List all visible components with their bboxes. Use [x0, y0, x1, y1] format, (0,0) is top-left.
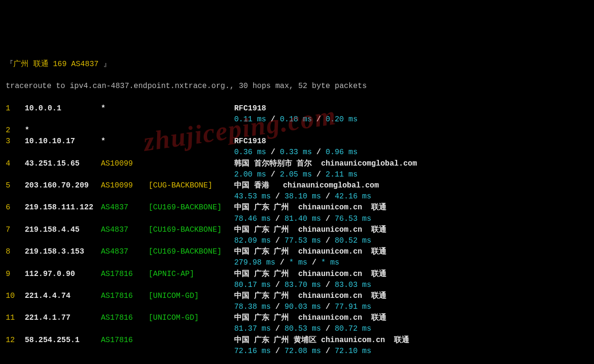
hop-number: 6 [6, 202, 25, 213]
hop-time-2: 80.53 ms [285, 325, 321, 333]
hop-times-row: 78.46 ms / 81.40 ms / 76.53 ms [6, 214, 588, 225]
hop-time-2: 81.40 ms [285, 215, 321, 223]
hop-asn: AS4837 [101, 202, 148, 213]
hop-backbone-tag: [CUG-BACKBONE] [148, 180, 234, 191]
hop-time-1: 43.53 ms [234, 192, 271, 201]
hop-times: 43.53 ms / 38.10 ms / 42.16 ms [234, 191, 588, 202]
hop-ip: 43.251.15.65 [25, 158, 101, 169]
hop-number: 10 [6, 291, 25, 302]
hop-time-1: 279.98 ms [234, 258, 275, 267]
hop-time-3: 76.53 ms [335, 215, 371, 223]
hop-number: 3 [6, 136, 25, 147]
hop-time-2: 77.53 ms [285, 236, 321, 245]
hop-backbone-tag: [UNICOM-GD] [148, 291, 234, 302]
hop-times: 80.17 ms / 83.70 ms / 83.03 ms [234, 280, 588, 291]
hop-row: 7219.158.4.45AS4837[CU169-BACKBONE]中国 广东… [6, 225, 588, 236]
hop-time-2: 0.33 ms [280, 148, 312, 157]
hop-times: 279.98 ms / * ms / * ms [234, 257, 588, 268]
hop-asn: AS4837 [101, 246, 148, 257]
hop-time-2: 2.05 ms [280, 170, 312, 179]
hop-times: 2.00 ms / 2.05 ms / 2.11 ms [234, 169, 588, 180]
hop-location: 中国 广东 广州 chinaunicom.cn 联通 [234, 246, 588, 257]
hop-time-2: 38.10 ms [285, 192, 321, 201]
hop-times-row: 81.37 ms / 80.53 ms / 80.72 ms [6, 324, 588, 334]
hop-location: RFC1918 [234, 103, 588, 114]
hop-backbone-tag: [CU169-BACKBONE] [148, 202, 234, 213]
hop-times: 82.09 ms / 77.53 ms / 80.52 ms [234, 236, 588, 246]
hop-times-row: 78.38 ms / 90.03 ms / 77.91 ms [6, 302, 588, 313]
hop-number: 5 [6, 180, 25, 191]
hop-times: 72.16 ms / 72.08 ms / 72.10 ms [234, 346, 588, 357]
hop-time-3: 77.91 ms [335, 303, 371, 311]
hop-time-2: * ms [289, 258, 307, 267]
hop-asn: AS17816 [101, 269, 148, 280]
hop-backbone-tag: [CU169-BACKBONE] [148, 225, 234, 236]
hop-asn: AS10099 [101, 158, 148, 169]
hop-number: 12 [6, 335, 25, 346]
hop-number: 4 [6, 158, 25, 169]
hop-row: 310.10.10.17*RFC1918 [6, 136, 588, 147]
hop-ip: 221.4.1.77 [25, 313, 101, 324]
hop-asn: AS17816 [101, 335, 148, 346]
hop-row: 110.0.0.1*RFC1918 [6, 103, 588, 114]
hop-asn: AS4837 [101, 225, 148, 236]
hop-asn: AS17816 [101, 291, 148, 302]
hop-ip: 112.97.0.90 [25, 269, 101, 280]
hop-time-1: 0.36 ms [234, 148, 266, 157]
hop-number: 7 [6, 225, 25, 236]
hop-time-2: 0.18 ms [280, 115, 312, 124]
hop-time-2: 83.70 ms [285, 281, 321, 289]
hop-location: 中国 香港 chinaunicomglobal.com [234, 180, 588, 191]
hop-location: 中国 广东 广州 chinaunicom.cn 联通 [234, 269, 588, 280]
hop-row: 6219.158.111.122AS4837[CU169-BACKBONE]中国… [6, 202, 588, 213]
hop-ip: * [25, 125, 101, 136]
hop-location: 韩国 首尔特别市 首尔 chinaunicomglobal.com [234, 158, 588, 169]
hop-time-1: 0.11 ms [234, 115, 266, 124]
hop-time-3: 83.03 ms [335, 281, 371, 289]
hop-time-2: 72.08 ms [285, 347, 321, 355]
hop-time-1: 81.37 ms [234, 325, 271, 333]
hop-backbone-tag: [APNIC-AP] [148, 269, 234, 280]
hop-times-row: 0.36 ms / 0.33 ms / 0.96 ms [6, 147, 588, 158]
hop-times-row: 72.16 ms / 72.08 ms / 72.10 ms [6, 346, 588, 357]
hop-ip: 203.160.70.209 [25, 180, 101, 191]
bracket-close: 』 [103, 59, 111, 70]
hop-location: 中国 广东 广州 chinaunicom.cn 联通 [234, 313, 588, 324]
hop-location: 中国 广东 广州 黄埔区 chinaunicom.cn 联通 [234, 335, 588, 346]
hop-times-row: 43.53 ms / 38.10 ms / 42.16 ms [6, 191, 588, 202]
command-line: traceroute to ipv4.can-4837.endpoint.nxt… [6, 81, 588, 92]
hop-asn: * [101, 103, 148, 114]
hop-time-3: 80.52 ms [335, 236, 371, 245]
hop-times-row: 279.98 ms / * ms / * ms [6, 257, 588, 268]
hop-list: 110.0.0.1*RFC19180.11 ms / 0.18 ms / 0.2… [6, 103, 588, 357]
hop-time-2: 90.03 ms [285, 303, 321, 311]
hop-row: 11221.4.1.77AS17816[UNICOM-GD]中国 广东 广州 c… [6, 313, 588, 324]
hop-ip: 58.254.255.1 [25, 335, 101, 346]
hop-row: 9112.97.0.90AS17816[APNIC-AP]中国 广东 广州 ch… [6, 269, 588, 280]
hop-row: 5203.160.70.209AS10099[CUG-BACKBONE]中国 香… [6, 180, 588, 191]
hop-times-row: 2.00 ms / 2.05 ms / 2.11 ms [6, 169, 588, 180]
hop-asn: AS10099 [101, 180, 148, 191]
hop-number: 1 [6, 103, 25, 114]
terminal-output: 『广州 联通 169 AS4837 』 traceroute to ipv4.c… [6, 48, 588, 364]
hop-times: 0.36 ms / 0.33 ms / 0.96 ms [234, 147, 588, 158]
hop-times: 78.38 ms / 90.03 ms / 77.91 ms [234, 302, 588, 313]
hop-time-1: 78.46 ms [234, 215, 271, 223]
hop-row: 443.251.15.65AS10099韩国 首尔特别市 首尔 chinauni… [6, 158, 588, 169]
hop-time-1: 82.09 ms [234, 236, 271, 245]
hop-row: 1258.254.255.1AS17816中国 广东 广州 黄埔区 chinau… [6, 335, 588, 346]
hop-time-1: 72.16 ms [234, 347, 271, 355]
hop-number: 2 [6, 125, 25, 136]
hop-number: 11 [6, 313, 25, 324]
hop-ip: 219.158.4.45 [25, 225, 101, 236]
hop-time-1: 2.00 ms [234, 170, 266, 179]
hop-asn: AS17816 [101, 313, 148, 324]
hop-row: 8219.158.3.153AS4837[CU169-BACKBONE]中国 广… [6, 246, 588, 257]
hop-number: 9 [6, 269, 25, 280]
hop-time-3: 2.11 ms [326, 170, 357, 179]
bracket-open: 『 [6, 59, 13, 70]
hop-ip: 219.158.3.153 [25, 246, 101, 257]
hop-backbone-tag: [UNICOM-GD] [148, 313, 234, 324]
hop-ip: 221.4.4.74 [25, 291, 101, 302]
hop-time-1: 80.17 ms [234, 281, 271, 289]
